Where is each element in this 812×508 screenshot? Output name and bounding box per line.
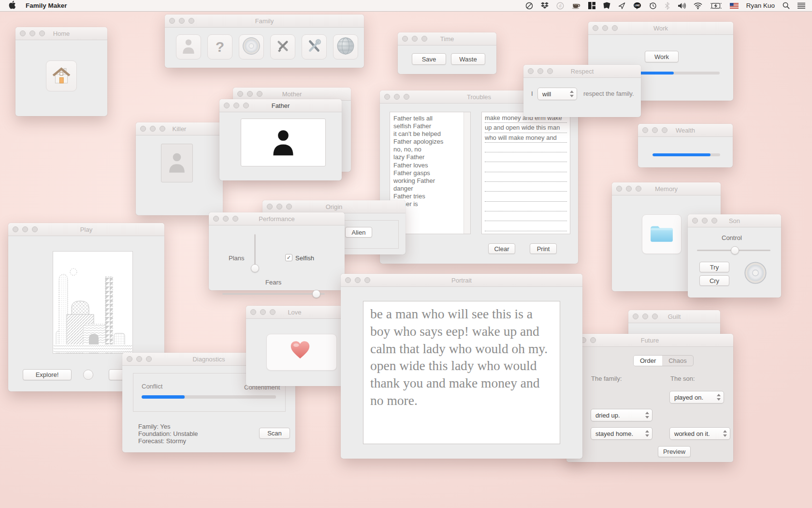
do-not-disturb-icon[interactable] xyxy=(525,0,533,12)
zoom-button[interactable] xyxy=(662,127,667,133)
location-arrow-icon[interactable] xyxy=(618,0,625,12)
list-item[interactable]: Father tries xyxy=(390,193,470,200)
zoom-button[interactable] xyxy=(232,216,238,222)
help-button[interactable]: ? xyxy=(207,34,232,60)
print-button[interactable]: Print xyxy=(530,243,557,254)
family-select-2[interactable]: stayed home. xyxy=(591,427,652,440)
list-item[interactable]: lazy Father xyxy=(390,153,470,161)
family-titlebar[interactable]: Family xyxy=(165,15,364,28)
list-item[interactable]: it can't be helped xyxy=(390,130,470,138)
close-button[interactable] xyxy=(20,30,26,36)
scan-button[interactable]: Scan xyxy=(259,428,290,439)
close-button[interactable] xyxy=(345,277,351,283)
minimize-button[interactable] xyxy=(179,18,185,24)
troubles-output-list[interactable]: make money and erm wake up and open wide… xyxy=(481,112,570,234)
minimize-button[interactable] xyxy=(22,226,28,232)
mother-titlebar[interactable]: Mother xyxy=(233,88,351,101)
zoom-button[interactable] xyxy=(636,186,641,192)
minimize-button[interactable] xyxy=(652,127,658,133)
tab-chaos[interactable]: Chaos xyxy=(662,356,693,366)
zoom-button[interactable] xyxy=(286,204,292,209)
minimize-button[interactable] xyxy=(223,216,229,222)
close-button[interactable] xyxy=(616,186,622,192)
close-button[interactable] xyxy=(224,103,230,108)
zoom-button[interactable] xyxy=(188,18,194,24)
user-menu[interactable]: Ryan Kuo xyxy=(746,2,775,9)
zoom-button[interactable] xyxy=(146,356,152,362)
respect-select[interactable]: will xyxy=(537,88,577,100)
bluetooth-icon[interactable] xyxy=(665,0,670,12)
zoom-button[interactable] xyxy=(39,30,45,36)
selfish-checkbox[interactable]: ✓ xyxy=(285,254,292,261)
list-item[interactable]: Father gasps xyxy=(390,169,470,177)
zoom-button[interactable] xyxy=(404,94,409,100)
zoom-button[interactable] xyxy=(590,337,596,343)
us-flag-icon[interactable] xyxy=(730,0,739,12)
zoom-button[interactable] xyxy=(160,126,165,132)
close-button[interactable] xyxy=(127,356,132,362)
explore-button[interactable]: Explore! xyxy=(23,369,72,380)
killer-titlebar[interactable]: Killer xyxy=(136,122,223,135)
list-item[interactable]: working Father xyxy=(390,177,470,185)
play-radio-well[interactable] xyxy=(83,370,93,380)
close-button[interactable] xyxy=(237,91,243,97)
zoom-button[interactable] xyxy=(547,68,553,74)
memory-titlebar[interactable]: Memory xyxy=(612,182,721,195)
close-button[interactable] xyxy=(593,25,598,31)
time-machine-icon[interactable] xyxy=(649,0,657,12)
zoom-button[interactable] xyxy=(612,25,618,31)
list-item[interactable]: Father tells all xyxy=(390,115,470,122)
preview-button[interactable]: Preview xyxy=(658,446,691,457)
minimize-button[interactable] xyxy=(702,218,708,224)
close-button[interactable] xyxy=(692,218,698,224)
apple-menu[interactable] xyxy=(9,0,16,12)
minimize-button[interactable] xyxy=(150,126,156,132)
tools-button[interactable] xyxy=(302,34,327,60)
zoom-button[interactable] xyxy=(652,314,658,319)
control-slider-thumb[interactable] xyxy=(731,246,739,254)
save-button[interactable]: Save xyxy=(412,53,446,65)
close-button[interactable] xyxy=(633,314,638,319)
notification-center-icon[interactable] xyxy=(798,0,805,12)
close-button[interactable] xyxy=(528,68,534,74)
origin-titlebar[interactable]: Origin xyxy=(262,200,406,213)
son-select-2[interactable]: worked on it. xyxy=(669,427,730,440)
close-button[interactable] xyxy=(642,127,648,133)
try-button[interactable]: Try xyxy=(699,262,729,272)
killer-image-well[interactable] xyxy=(161,144,193,182)
close-button[interactable] xyxy=(384,94,390,100)
minimize-button[interactable] xyxy=(247,91,253,97)
edit-button[interactable] xyxy=(270,34,295,60)
portrait-text-area[interactable]: be a man who will see this is a boy who … xyxy=(363,301,560,444)
zoom-button[interactable] xyxy=(270,309,276,315)
minimize-button[interactable] xyxy=(537,68,543,74)
father-image-well[interactable] xyxy=(241,119,326,166)
dropbox-icon[interactable] xyxy=(541,0,549,12)
volume-icon[interactable] xyxy=(678,0,686,12)
minimize-button[interactable] xyxy=(136,356,142,362)
father-titlebar[interactable]: Father xyxy=(219,99,342,112)
close-button[interactable] xyxy=(213,216,219,222)
minimize-button[interactable] xyxy=(412,36,418,42)
future-titlebar[interactable]: Future xyxy=(566,334,733,347)
son-select-1[interactable]: played on. xyxy=(669,391,724,403)
waste-button[interactable]: Waste xyxy=(451,53,485,65)
guilt-titlebar[interactable]: Guilt xyxy=(628,310,720,323)
list-item[interactable]: Father loves xyxy=(390,162,470,169)
zoom-button[interactable] xyxy=(711,218,717,224)
minimize-button[interactable] xyxy=(642,314,648,319)
home-titlebar[interactable]: Home xyxy=(15,27,107,40)
close-button[interactable] xyxy=(13,226,18,232)
cry-button[interactable]: Cry xyxy=(699,275,729,286)
alien-button[interactable]: Alien xyxy=(345,227,372,238)
person-button[interactable] xyxy=(176,34,201,60)
minimize-button[interactable] xyxy=(602,25,608,31)
son-titlebar[interactable]: Son xyxy=(688,214,781,227)
respect-titlebar[interactable]: Respect xyxy=(523,65,641,78)
tab-order[interactable]: Order xyxy=(634,356,662,366)
plans-slider-thumb[interactable] xyxy=(251,264,259,272)
wifi-icon[interactable] xyxy=(694,0,702,12)
list-item[interactable]: no, no, no xyxy=(390,146,470,153)
close-button[interactable] xyxy=(169,18,175,24)
coffee-icon[interactable] xyxy=(572,0,580,12)
